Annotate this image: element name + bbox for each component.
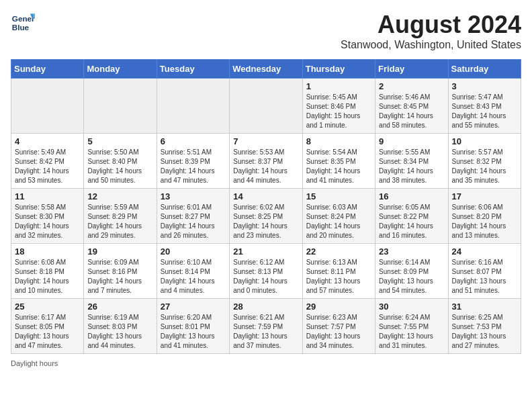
calendar-cell: 23Sunrise: 6:14 AM Sunset: 8:09 PM Dayli… [375, 244, 448, 299]
day-number: 21 [233, 246, 298, 257]
calendar-cell: 11Sunrise: 5:58 AM Sunset: 8:30 PM Dayli… [11, 189, 84, 244]
day-number: 7 [233, 136, 298, 146]
calendar-cell: 14Sunrise: 6:02 AM Sunset: 8:25 PM Dayli… [230, 189, 302, 244]
day-info: Sunrise: 5:55 AM Sunset: 8:34 PM Dayligh… [379, 148, 444, 185]
day-info: Sunrise: 6:02 AM Sunset: 8:25 PM Dayligh… [233, 203, 298, 240]
day-number: 26 [87, 302, 152, 312]
week-row-3: 11Sunrise: 5:58 AM Sunset: 8:30 PM Dayli… [11, 189, 521, 244]
calendar-cell: 7Sunrise: 5:53 AM Sunset: 8:37 PM Daylig… [230, 134, 302, 189]
day-info: Sunrise: 6:06 AM Sunset: 8:20 PM Dayligh… [452, 203, 517, 240]
day-number: 5 [87, 136, 152, 146]
day-info: Sunrise: 6:16 AM Sunset: 8:07 PM Dayligh… [452, 258, 517, 295]
day-number: 28 [233, 302, 298, 312]
calendar-cell: 15Sunrise: 6:03 AM Sunset: 8:24 PM Dayli… [302, 189, 375, 244]
weekday-header-sunday: Sunday [11, 60, 84, 79]
day-info: Sunrise: 5:47 AM Sunset: 8:43 PM Dayligh… [452, 93, 517, 130]
day-info: Sunrise: 5:57 AM Sunset: 8:32 PM Dayligh… [452, 148, 517, 185]
day-info: Sunrise: 5:54 AM Sunset: 8:35 PM Dayligh… [306, 148, 371, 185]
day-info: Sunrise: 6:03 AM Sunset: 8:24 PM Dayligh… [306, 203, 371, 240]
calendar-cell: 25Sunrise: 6:17 AM Sunset: 8:05 PM Dayli… [11, 299, 84, 354]
calendar-cell: 10Sunrise: 5:57 AM Sunset: 8:32 PM Dayli… [448, 134, 521, 189]
calendar-cell: 28Sunrise: 6:21 AM Sunset: 7:59 PM Dayli… [230, 299, 302, 354]
calendar-cell: 30Sunrise: 6:24 AM Sunset: 7:55 PM Dayli… [375, 299, 448, 354]
day-number: 3 [452, 81, 517, 91]
calendar-cell: 9Sunrise: 5:55 AM Sunset: 8:34 PM Daylig… [375, 134, 448, 189]
logo: General Blue [11, 11, 35, 35]
day-number: 6 [161, 136, 226, 146]
calendar-cell: 13Sunrise: 6:01 AM Sunset: 8:27 PM Dayli… [157, 189, 229, 244]
svg-text:Blue: Blue [12, 23, 30, 32]
day-info: Sunrise: 6:09 AM Sunset: 8:16 PM Dayligh… [87, 258, 152, 295]
day-info: Sunrise: 6:14 AM Sunset: 8:09 PM Dayligh… [379, 258, 444, 295]
day-number: 17 [452, 191, 517, 201]
day-number: 8 [306, 136, 371, 146]
calendar-cell: 8Sunrise: 5:54 AM Sunset: 8:35 PM Daylig… [302, 134, 375, 189]
calendar-cell: 16Sunrise: 6:05 AM Sunset: 8:22 PM Dayli… [375, 189, 448, 244]
calendar-cell: 5Sunrise: 5:50 AM Sunset: 8:40 PM Daylig… [84, 134, 157, 189]
footer-note: Daylight hours [11, 359, 521, 367]
day-number: 22 [306, 246, 371, 257]
weekday-header-tuesday: Tuesday [157, 60, 229, 79]
day-info: Sunrise: 6:25 AM Sunset: 7:53 PM Dayligh… [452, 313, 517, 351]
day-info: Sunrise: 5:49 AM Sunset: 8:42 PM Dayligh… [15, 148, 80, 185]
subtitle: Stanwood, Washington, United States [341, 39, 521, 51]
calendar-cell: 22Sunrise: 6:13 AM Sunset: 8:11 PM Dayli… [302, 244, 375, 299]
week-row-5: 25Sunrise: 6:17 AM Sunset: 8:05 PM Dayli… [11, 299, 521, 354]
day-number: 15 [306, 191, 371, 201]
calendar-cell: 4Sunrise: 5:49 AM Sunset: 8:42 PM Daylig… [11, 134, 84, 189]
calendar-cell [157, 79, 229, 134]
logo-icon: General Blue [11, 11, 35, 35]
day-info: Sunrise: 6:13 AM Sunset: 8:11 PM Dayligh… [306, 258, 371, 295]
calendar-cell: 19Sunrise: 6:09 AM Sunset: 8:16 PM Dayli… [84, 244, 157, 299]
day-number: 1 [306, 81, 371, 91]
calendar-cell: 31Sunrise: 6:25 AM Sunset: 7:53 PM Dayli… [448, 299, 521, 354]
day-number: 4 [15, 136, 80, 146]
day-info: Sunrise: 5:46 AM Sunset: 8:45 PM Dayligh… [379, 93, 444, 130]
calendar-cell [84, 79, 157, 134]
calendar-cell: 26Sunrise: 6:19 AM Sunset: 8:03 PM Dayli… [84, 299, 157, 354]
day-info: Sunrise: 6:01 AM Sunset: 8:27 PM Dayligh… [161, 203, 226, 240]
day-info: Sunrise: 6:21 AM Sunset: 7:59 PM Dayligh… [233, 313, 298, 351]
weekday-header-friday: Friday [375, 60, 448, 79]
day-number: 29 [306, 302, 371, 312]
calendar-cell [230, 79, 302, 134]
week-row-1: 1Sunrise: 5:45 AM Sunset: 8:46 PM Daylig… [11, 79, 521, 134]
main-title: August 2024 [341, 11, 521, 39]
day-number: 20 [161, 246, 226, 257]
calendar-cell: 6Sunrise: 5:51 AM Sunset: 8:39 PM Daylig… [157, 134, 229, 189]
day-number: 27 [161, 302, 226, 312]
day-info: Sunrise: 6:23 AM Sunset: 7:57 PM Dayligh… [306, 313, 371, 351]
day-number: 12 [87, 191, 152, 201]
day-info: Sunrise: 6:08 AM Sunset: 8:18 PM Dayligh… [15, 258, 80, 295]
weekday-header-wednesday: Wednesday [230, 60, 302, 79]
calendar-body: 1Sunrise: 5:45 AM Sunset: 8:46 PM Daylig… [11, 79, 521, 354]
week-row-4: 18Sunrise: 6:08 AM Sunset: 8:18 PM Dayli… [11, 244, 521, 299]
day-number: 10 [452, 136, 517, 146]
day-info: Sunrise: 6:20 AM Sunset: 8:01 PM Dayligh… [161, 313, 226, 351]
day-info: Sunrise: 6:19 AM Sunset: 8:03 PM Dayligh… [87, 313, 152, 351]
week-row-2: 4Sunrise: 5:49 AM Sunset: 8:42 PM Daylig… [11, 134, 521, 189]
day-number: 9 [379, 136, 444, 146]
day-info: Sunrise: 5:51 AM Sunset: 8:39 PM Dayligh… [161, 148, 226, 185]
day-number: 30 [379, 302, 444, 312]
calendar-header: SundayMondayTuesdayWednesdayThursdayFrid… [11, 60, 521, 79]
calendar: SundayMondayTuesdayWednesdayThursdayFrid… [11, 59, 521, 354]
day-number: 13 [161, 191, 226, 201]
day-number: 11 [15, 191, 80, 201]
calendar-cell: 12Sunrise: 5:59 AM Sunset: 8:29 PM Dayli… [84, 189, 157, 244]
title-block: August 2024 Stanwood, Washington, United… [341, 11, 521, 51]
calendar-cell: 2Sunrise: 5:46 AM Sunset: 8:45 PM Daylig… [375, 79, 448, 134]
day-info: Sunrise: 6:12 AM Sunset: 8:13 PM Dayligh… [233, 258, 298, 295]
calendar-cell: 29Sunrise: 6:23 AM Sunset: 7:57 PM Dayli… [302, 299, 375, 354]
day-number: 31 [452, 302, 517, 312]
day-number: 24 [452, 246, 517, 257]
calendar-cell: 3Sunrise: 5:47 AM Sunset: 8:43 PM Daylig… [448, 79, 521, 134]
weekday-header-monday: Monday [84, 60, 157, 79]
calendar-cell: 20Sunrise: 6:10 AM Sunset: 8:14 PM Dayli… [157, 244, 229, 299]
day-number: 23 [379, 246, 444, 257]
calendar-cell [11, 79, 84, 134]
day-number: 16 [379, 191, 444, 201]
day-number: 25 [15, 302, 80, 312]
day-info: Sunrise: 6:24 AM Sunset: 7:55 PM Dayligh… [379, 313, 444, 351]
calendar-cell: 18Sunrise: 6:08 AM Sunset: 8:18 PM Dayli… [11, 244, 84, 299]
